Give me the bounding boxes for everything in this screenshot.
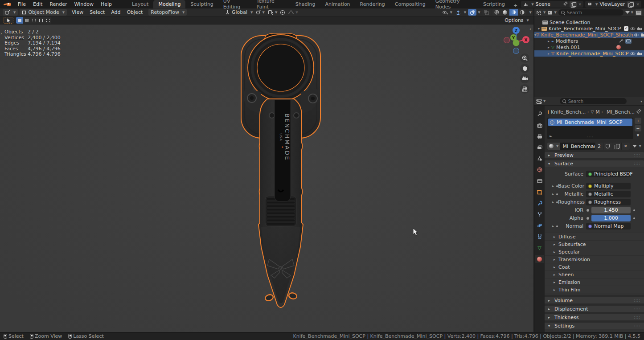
xray-toggle[interactable] — [482, 9, 491, 16]
pin-icon[interactable] — [563, 1, 568, 7]
navigation-gizmo[interactable]: Z X Y — [499, 25, 533, 83]
active-tool-button[interactable] — [4, 17, 13, 24]
select-extend-button[interactable] — [23, 17, 30, 24]
visibility-dropdown[interactable]: ▼ — [442, 10, 452, 15]
surface-shader-field[interactable]: Principled BSDF — [586, 171, 631, 177]
menu-edit[interactable]: Edit — [29, 0, 46, 8]
tab-compositing[interactable]: Compositing — [390, 0, 431, 8]
select-subtract-button[interactable] — [30, 17, 37, 24]
chevron-right-icon[interactable]: ▸ — [548, 45, 550, 49]
outliner-row-modifiers[interactable]: ▸ ⌁ Modifiers — [534, 38, 644, 44]
material-filter-dropdown[interactable]: ▼ — [632, 144, 641, 148]
outliner-display-mode-dropdown[interactable]: ▼ — [536, 10, 546, 15]
panel-grip-icon[interactable]: :::: — [634, 307, 640, 311]
tab-output[interactable] — [535, 132, 544, 140]
chevron-right-icon[interactable]: ▸ — [552, 224, 554, 228]
outliner-filter-dropdown[interactable]: ▼ — [547, 10, 556, 15]
new-collection-button[interactable] — [635, 9, 642, 16]
subpanel-sheen[interactable]: ▸Sheen — [545, 270, 644, 278]
proportional-falloff-dropdown[interactable]: ▼ — [288, 10, 298, 15]
toolbar-expand-arrow[interactable]: › — [0, 31, 2, 36]
properties-search-input[interactable] — [568, 99, 624, 104]
hide-eye-icon[interactable] — [630, 52, 636, 56]
tab-sculpting[interactable]: Sculpting — [185, 0, 218, 8]
menu-view[interactable]: View — [69, 9, 86, 15]
chevron-right-icon[interactable]: ▸ — [552, 200, 554, 204]
copy-material-button[interactable] — [612, 143, 621, 150]
breadcrumb-material[interactable]: MI_Bench... — [607, 109, 635, 115]
modifier-viewport-toggle[interactable] — [625, 39, 632, 44]
outliner-row-active-object[interactable]: ▸ ▽ Knife_Benchmade_Mini_SOCP — [534, 50, 644, 57]
tab-modifiers[interactable] — [535, 199, 544, 207]
tab-world[interactable] — [535, 166, 544, 174]
proportional-editing-toggle[interactable] — [280, 10, 285, 15]
menu-window[interactable]: Window — [71, 0, 97, 8]
add-material-slot-button[interactable]: ＋ — [635, 118, 641, 124]
retopoflow-menu[interactable]: RetopoFlow ▼ — [148, 9, 187, 16]
menu-render[interactable]: Render — [46, 0, 70, 8]
chevron-right-icon[interactable]: ▸ — [552, 192, 554, 196]
properties-editor-dropdown[interactable]: ▼ — [536, 99, 546, 104]
material-slot-selected[interactable]: MI_Benchmade_Mini_SOCP — [548, 119, 632, 126]
properties-search[interactable] — [560, 98, 627, 104]
outliner-search-input[interactable] — [567, 10, 621, 15]
disable-render-camera-icon[interactable] — [637, 27, 642, 31]
outliner-row-scene-collection[interactable]: Scene Collection — [534, 19, 644, 25]
panel-displacement[interactable]: ▸ Displacement :::: — [545, 306, 644, 312]
shading-solid-button[interactable] — [501, 9, 509, 16]
tab-scene[interactable] — [535, 155, 544, 163]
chevron-right-icon[interactable]: ▸ — [548, 39, 550, 43]
tab-object-data[interactable]: ▽ — [535, 244, 544, 252]
outliner-row-collection[interactable]: ▾ Knife_Benchmade_Mini_SOCP ✓ — [534, 25, 644, 32]
panel-settings[interactable]: ▾ Settings :::: — [545, 323, 644, 329]
tab-rendering[interactable]: Rendering — [355, 0, 390, 8]
chevron-down-icon[interactable]: ▾ — [538, 27, 540, 31]
base-color-field[interactable]: Multiply — [586, 183, 631, 189]
disable-render-camera-icon[interactable] — [637, 52, 642, 56]
mode-dropdown[interactable]: Object Mode ▼ — [20, 9, 67, 16]
viewport-canvas[interactable]: › ‹ Objects2 / 2 Vertices2,400 / 2,400 E… — [0, 25, 533, 332]
panel-preview[interactable]: ▸ Preview :::: — [545, 152, 644, 158]
tab-scripting[interactable]: Scripting — [478, 0, 510, 8]
orientation-dropdown[interactable]: Global ▼ — [225, 9, 253, 15]
select-invert-button[interactable] — [37, 17, 44, 24]
shading-wireframe-button[interactable] — [492, 9, 501, 16]
menu-object[interactable]: Object — [123, 9, 146, 15]
panel-grip-icon[interactable]: :::: — [634, 153, 640, 157]
perspective-toggle-button[interactable] — [520, 84, 529, 94]
tab-view-layer[interactable] — [535, 143, 544, 152]
hide-eye-icon[interactable] — [633, 33, 639, 37]
options-dropdown[interactable]: Options ▼ — [505, 17, 529, 23]
unlink-material-button[interactable]: ✕ — [621, 143, 630, 150]
select-set-button[interactable] — [16, 17, 23, 24]
panel-grip-icon[interactable]: :::: — [634, 299, 640, 303]
tab-collection[interactable] — [535, 177, 544, 185]
show-gizmo-toggle[interactable] — [454, 9, 463, 16]
panel-grip-icon[interactable]: :::: — [634, 162, 640, 166]
tab-constraints[interactable] — [535, 233, 544, 241]
outliner-row-sheath-object[interactable]: ▾ ▽ Knife_Benchmade_Mini_SOCP_Sheath — [534, 32, 644, 38]
tab-uv-editing[interactable]: UV Editing — [218, 0, 252, 8]
tab-modeling[interactable]: Modeling — [153, 0, 185, 8]
tab-animation[interactable]: Animation — [320, 0, 355, 8]
new-view-layer-button[interactable] — [627, 1, 634, 8]
tab-layout[interactable]: Layout — [127, 0, 153, 8]
blender-logo-icon[interactable] — [4, 2, 11, 7]
material-slot-list[interactable]: MI_Benchmade_Mini_SOCP ► :::: — [547, 118, 633, 139]
modifier-render-icon[interactable] — [619, 39, 624, 43]
outliner-filter-funnel[interactable]: ▼ — [625, 11, 633, 14]
panel-thickness[interactable]: ▸ Thickness :::: — [545, 314, 644, 320]
outliner-search[interactable] — [558, 9, 623, 16]
show-overlays-toggle[interactable] — [468, 9, 476, 16]
tab-geometry-nodes[interactable]: Geometry Nodes — [431, 0, 478, 8]
new-scene-button[interactable] — [570, 1, 577, 8]
tab-object[interactable] — [535, 188, 544, 196]
browse-material-button[interactable]: ▼ — [547, 143, 560, 150]
panel-grip-icon[interactable]: :::: — [634, 324, 640, 328]
snap-toggle[interactable]: ▼ — [267, 10, 277, 15]
tab-tool[interactable] — [535, 110, 544, 118]
subpanel-subsurface[interactable]: ▸Subsurface — [545, 240, 644, 248]
fake-user-button[interactable] — [603, 143, 612, 150]
metallic-field[interactable]: Metallic — [586, 191, 631, 197]
outliner-row-mesh-data[interactable]: ▸ ▽ Mesh.001 — [534, 44, 644, 50]
